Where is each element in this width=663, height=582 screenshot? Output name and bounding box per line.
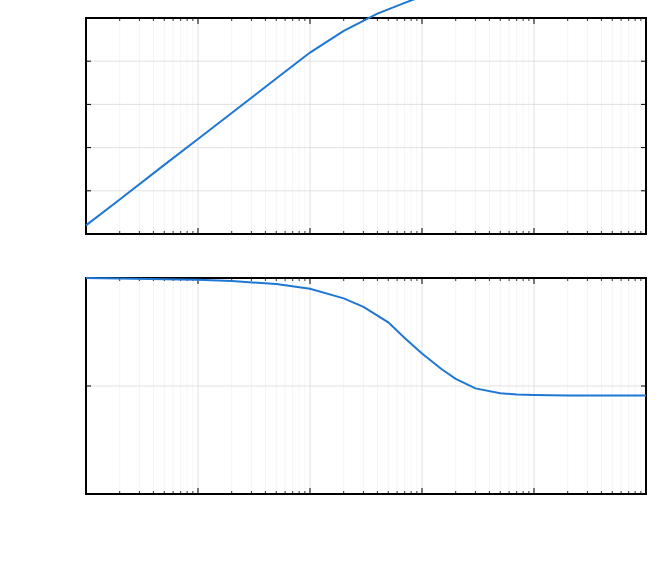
- magnitude-ticks: [86, 18, 646, 234]
- magnitude-curve: [86, 0, 646, 225]
- phase-grid: [86, 278, 646, 494]
- phase-curve: [86, 278, 646, 396]
- bode-figure: [0, 0, 663, 582]
- magnitude-axes: [86, 18, 646, 234]
- magnitude-grid: [86, 18, 646, 234]
